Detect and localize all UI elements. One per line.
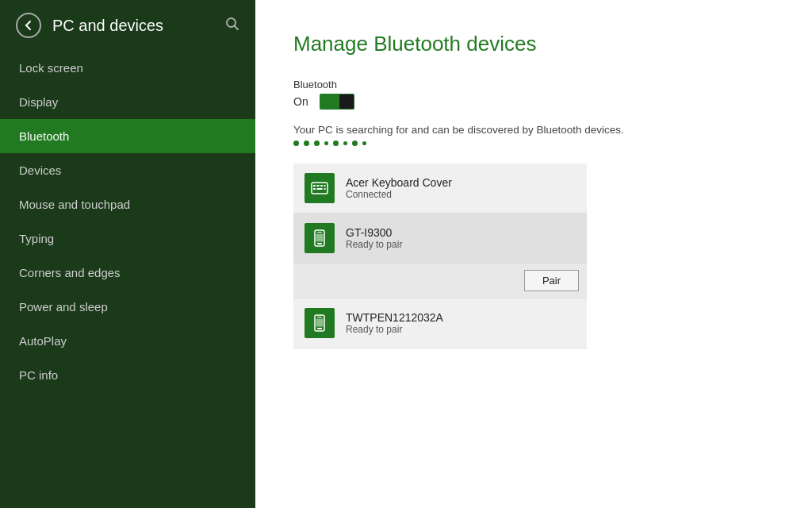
device-icon-twtpen <box>304 308 335 338</box>
device-info-acer: Acer Keyboard Cover Connected <box>346 176 576 200</box>
svg-rect-9 <box>324 188 326 190</box>
dot-3 <box>314 140 320 146</box>
bluetooth-state-label: On <box>293 95 308 108</box>
toggle-thumb <box>339 94 354 109</box>
device-name-acer: Acer Keyboard Cover <box>346 176 576 189</box>
svg-rect-4 <box>317 185 320 187</box>
svg-rect-13 <box>316 234 324 242</box>
searching-text: Your PC is searching for and can be disc… <box>293 124 774 136</box>
sidebar-item-mouse-and-touchpad[interactable]: Mouse and touchpad <box>0 187 255 221</box>
sidebar-item-power-and-sleep[interactable]: Power and sleep <box>0 290 255 324</box>
bluetooth-toggle-row: On <box>293 94 774 110</box>
device-name-twtpen: TWTPEN1212032A <box>346 311 576 324</box>
device-name-gt: GT-I9300 <box>346 226 576 239</box>
dot-8 <box>362 141 366 145</box>
device-status-twtpen: Ready to pair <box>346 324 576 335</box>
dot-6 <box>343 141 347 145</box>
svg-rect-11 <box>317 243 322 244</box>
pair-row: Pair <box>293 264 587 298</box>
device-info-gt: GT-I9300 Ready to pair <box>346 226 576 250</box>
bluetooth-section: Bluetooth On <box>293 79 774 110</box>
device-item-gt[interactable]: GT-I9300 Ready to pair <box>293 214 587 264</box>
search-icon[interactable] <box>225 17 239 35</box>
dot-2 <box>304 140 309 146</box>
sidebar: PC and devices Lock screen Display Bluet… <box>0 0 255 508</box>
sidebar-item-typing[interactable]: Typing <box>0 221 255 256</box>
svg-rect-17 <box>316 319 324 327</box>
searching-dots <box>293 140 774 146</box>
sidebar-item-autoplay[interactable]: AutoPlay <box>0 324 255 358</box>
svg-rect-7 <box>313 188 316 190</box>
svg-rect-3 <box>313 185 316 187</box>
dot-5 <box>333 140 339 146</box>
bluetooth-label: Bluetooth <box>293 79 774 90</box>
device-list: Acer Keyboard Cover Connected GT-I9300 R… <box>293 164 587 348</box>
svg-line-1 <box>235 25 239 29</box>
svg-rect-6 <box>324 185 326 187</box>
sidebar-nav: Lock screen Display Bluetooth Devices Mo… <box>0 51 255 508</box>
pair-button[interactable]: Pair <box>524 270 579 291</box>
dot-1 <box>293 140 299 146</box>
device-status-acer: Connected <box>346 189 576 200</box>
svg-rect-16 <box>317 317 322 318</box>
device-status-gt: Ready to pair <box>346 239 576 250</box>
bluetooth-toggle[interactable] <box>320 94 354 110</box>
sidebar-item-devices[interactable]: Devices <box>0 153 255 187</box>
sidebar-header[interactable]: PC and devices <box>0 0 255 51</box>
device-info-twtpen: TWTPEN1212032A Ready to pair <box>346 311 576 335</box>
device-item-acer[interactable]: Acer Keyboard Cover Connected <box>293 164 587 214</box>
main-content: Manage Bluetooth devices Bluetooth On Yo… <box>255 0 812 508</box>
dot-7 <box>352 140 358 146</box>
device-icon-keyboard <box>304 173 335 203</box>
sidebar-item-lock-screen[interactable]: Lock screen <box>0 51 255 85</box>
dot-4 <box>324 141 328 145</box>
sidebar-item-display[interactable]: Display <box>0 85 255 119</box>
back-button[interactable] <box>16 13 41 38</box>
sidebar-item-corners-and-edges[interactable]: Corners and edges <box>0 256 255 290</box>
svg-rect-12 <box>317 232 322 233</box>
svg-rect-5 <box>320 185 323 187</box>
svg-rect-8 <box>317 188 323 190</box>
sidebar-item-bluetooth[interactable]: Bluetooth <box>0 119 255 153</box>
page-title: Manage Bluetooth devices <box>293 32 774 56</box>
sidebar-title: PC and devices <box>52 17 163 35</box>
svg-rect-15 <box>317 328 322 329</box>
device-item-twtpen[interactable]: TWTPEN1212032A Ready to pair <box>293 298 587 348</box>
sidebar-item-pc-info[interactable]: PC info <box>0 358 255 392</box>
device-icon-phone <box>304 223 335 253</box>
